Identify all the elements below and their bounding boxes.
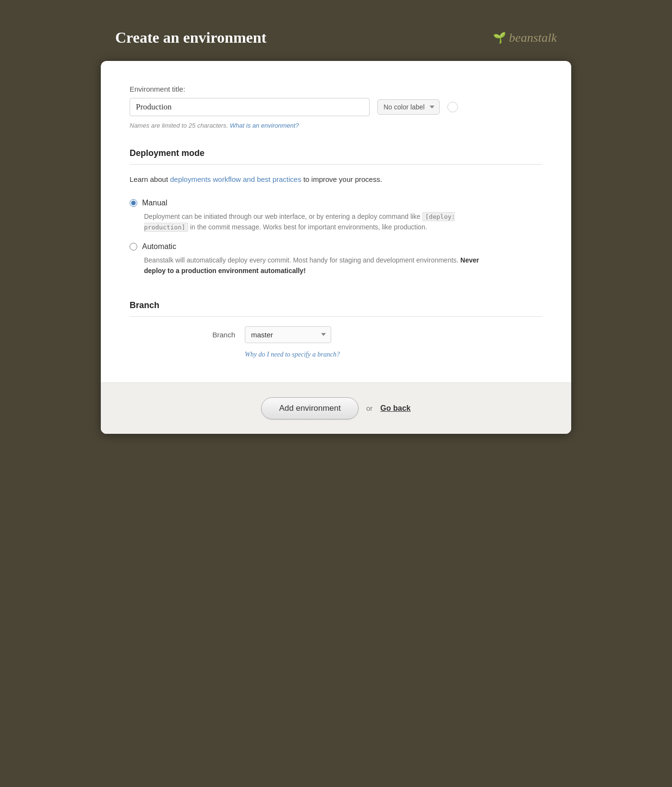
branch-help-link[interactable]: Why do I need to specify a branch? (245, 351, 340, 358)
manual-label[interactable]: Manual (142, 199, 167, 207)
color-label-select[interactable]: No color label Red Orange Yellow Green B… (377, 99, 440, 115)
footer-or-text: or (366, 404, 372, 412)
deployment-intro: Learn about deployments workflow and bes… (130, 174, 542, 185)
automatic-warning: Never deploy to a production environment… (144, 256, 479, 274)
manual-radio[interactable] (130, 199, 137, 207)
color-circle (447, 102, 458, 112)
deployment-workflow-link[interactable]: deployments workflow and best practices (170, 175, 301, 183)
deployment-section: Deployment mode Learn about deployments … (130, 148, 542, 276)
logo-text: beanstalk (509, 31, 557, 45)
manual-option: Manual Deployment can be initiated throu… (130, 199, 542, 233)
env-title-label: Environment title: (130, 85, 542, 93)
main-card: Environment title: No color label Red Or… (101, 61, 571, 434)
branch-link-row: Why do I need to specify a branch? (130, 350, 542, 358)
branch-section: Branch Branch master develop staging Why… (130, 300, 542, 358)
automatic-radio-row: Automatic (130, 242, 542, 251)
hint-text: Names are limited to 25 characters. What… (130, 122, 542, 129)
env-title-section: Environment title: No color label Red Or… (130, 85, 542, 129)
automatic-description: Beanstalk will automatically deploy ever… (144, 255, 480, 276)
logo: 🌱 beanstalk (493, 31, 557, 45)
branch-row: Branch master develop staging (130, 326, 542, 343)
env-title-input[interactable] (130, 98, 370, 116)
page-header: Create an environment 🌱 beanstalk (101, 19, 571, 61)
automatic-radio[interactable] (130, 243, 137, 250)
branch-select[interactable]: master develop staging (245, 326, 331, 343)
branch-section-title: Branch (130, 300, 542, 317)
what-is-environment-link[interactable]: What is an environment? (230, 122, 299, 129)
card-footer: Add environment or Go back (101, 382, 571, 434)
deploy-command-code: [deploy: production] (144, 212, 455, 232)
manual-description: Deployment can be initiated through our … (144, 211, 480, 233)
automatic-label[interactable]: Automatic (142, 242, 176, 251)
logo-icon: 🌱 (493, 32, 506, 44)
page-wrapper: Create an environment 🌱 beanstalk Enviro… (0, 19, 672, 434)
go-back-link[interactable]: Go back (380, 404, 410, 413)
manual-radio-row: Manual (130, 199, 542, 207)
page-title: Create an environment (115, 29, 266, 47)
automatic-option: Automatic Beanstalk will automatically d… (130, 242, 542, 276)
deployment-section-title: Deployment mode (130, 148, 542, 165)
add-environment-button[interactable]: Add environment (261, 397, 359, 419)
env-title-row: No color label Red Orange Yellow Green B… (130, 98, 542, 116)
branch-label: Branch (197, 331, 235, 339)
